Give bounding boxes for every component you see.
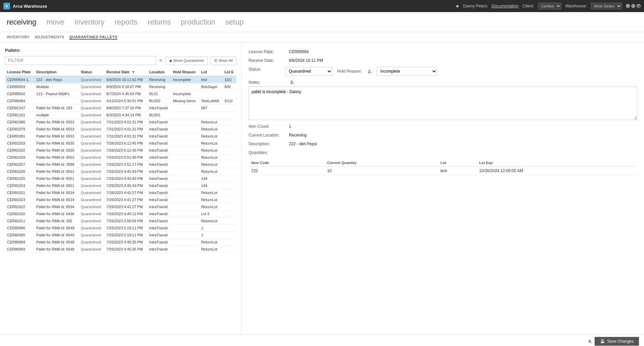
cell-lot-exp	[222, 168, 237, 175]
table-row[interactable]: CER81081 Pallet for RMA Id: 6553 Quarant…	[5, 133, 237, 140]
nav-production[interactable]: production	[181, 16, 215, 28]
nav-returns[interactable]: returns	[148, 16, 171, 28]
cell-receive-date: 7/31/2023 4:01:31 PM	[104, 126, 147, 133]
show-quarantined-button[interactable]: ◆ Show Quarantined	[166, 56, 208, 65]
maximize-button[interactable]: □	[631, 4, 635, 8]
warehouse-select[interactable]: West Jordan	[591, 3, 622, 9]
annotation-4: 4.	[588, 339, 592, 344]
col-lot-exp[interactable]: Lot E	[222, 68, 237, 76]
cell-status: Quarantined	[79, 210, 104, 218]
col-hold-reason[interactable]: Hold Reason	[171, 68, 199, 76]
cell-lot: ReturnLot	[199, 239, 223, 246]
cell-hold-reason	[171, 182, 199, 189]
minimize-button[interactable]: –	[626, 4, 630, 8]
table-row[interactable]: CER80995 Pallet for RMA Id: 6549 Quarant…	[5, 232, 237, 239]
cell-lot-exp	[222, 90, 237, 98]
cell-receive-date: 7/26/2023 4:45:43 PM	[104, 175, 147, 182]
cell-status: Quarantined	[79, 126, 104, 133]
table-row[interactable]: CER81022 Pallet for RMA Id: 6534 Quarant…	[5, 203, 237, 210]
cell-receive-date: 8/8/2024 6:18:07 PM	[104, 83, 147, 90]
nav-receiving[interactable]: receiving	[7, 16, 36, 28]
cell-lot: ReturnLot	[199, 140, 223, 147]
table-row[interactable]: CER81032 Pallet for RMA Id: 6535 Quarant…	[5, 147, 237, 154]
client-select[interactable]: Cerritus	[538, 3, 561, 9]
cell-location: IntraTransit	[147, 147, 171, 154]
table-row[interactable]: CER81029 Pallet for RMA Id: 6552 Quarant…	[5, 154, 237, 161]
table-row[interactable]: CER81023 Pallet for RMA Id: 6534 Quarant…	[5, 196, 237, 203]
cell-location: IntraTransit	[147, 218, 171, 225]
table-row[interactable]: CER88384 Quarantined 4/12/2024 5:30:51 P…	[5, 98, 237, 105]
item-count-value: 1	[289, 124, 637, 129]
table-row[interactable]: CER81027 Pallet for RMA Id: 3998 Quarant…	[5, 161, 237, 168]
notes-textarea[interactable]	[249, 86, 637, 120]
cell-location: IntraTransit	[147, 232, 171, 239]
cell-hold-reason	[171, 203, 199, 210]
table-row[interactable]: CER89542 113 - Peanut M&M's Quarantined …	[5, 90, 237, 98]
cell-status: Quarantined	[79, 119, 104, 126]
table-row[interactable]: CER81020 Pallet for RMA Id: 6436 Quarant…	[5, 210, 237, 218]
nav-inventory[interactable]: inventory	[75, 16, 104, 28]
table-row[interactable]: CER89594 1. 222 - diet Pepsi Quarantined…	[5, 76, 237, 83]
breadcrumb-inventory[interactable]: INVENTORY	[7, 35, 30, 40]
cell-receive-date: 7/26/2023 4:45:43 PM	[104, 168, 147, 175]
col-lot[interactable]: Lot	[199, 68, 223, 76]
pallets-table: License Plate Description Status Receive…	[5, 68, 237, 253]
cell-location: IntraTransit	[147, 189, 171, 196]
col-status[interactable]: Status	[79, 68, 104, 76]
table-row[interactable]: CER80993 Pallet for RMA Id: 6548 Quarant…	[5, 246, 237, 253]
table-row[interactable]: CER81080 Pallet for RMA Id: 6553 Quarant…	[5, 119, 237, 126]
nav-setup[interactable]: setup	[225, 16, 244, 28]
filter-clear-button[interactable]: ✕	[159, 58, 163, 63]
quantities-section: Quantities: Item Code Current Quantity L…	[249, 150, 637, 175]
cell-lot-exp	[222, 182, 237, 189]
col-description[interactable]: Description	[34, 68, 79, 76]
cell-license-plate: CER81247	[5, 105, 34, 112]
cell-location: BU201	[147, 112, 171, 119]
table-row[interactable]: CER81024 Pallet for RMA Id: 6551 Quarant…	[5, 182, 237, 189]
table-row[interactable]: CER81033 Pallet for RMA Id: 6535 Quarant…	[5, 140, 237, 147]
table-row[interactable]: CER81025 Pallet for RMA Id: 6551 Quarant…	[5, 175, 237, 182]
main-content: Pallets: ✕ ◆ Show Quarantined ☰ Show All…	[0, 43, 644, 334]
cell-receive-date: 7/26/2023 2:00:56 PM	[104, 218, 147, 225]
table-icon: ☰	[214, 59, 217, 63]
table-row[interactable]: CER81011 Pallet for RMA Id: 205 Quaranti…	[5, 218, 237, 225]
show-all-button[interactable]: ☰ Show All	[210, 56, 237, 65]
table-row[interactable]: CER81079 Pallet for RMA Id: 6553 Quarant…	[5, 126, 237, 133]
table-row[interactable]: CER81161 multiple Quarantined 8/3/2023 4…	[5, 112, 237, 119]
col-location[interactable]: Location	[147, 68, 171, 76]
navbar: receiving move inventory reports returns…	[0, 12, 644, 32]
table-row[interactable]: CER81021 Pallet for RMA Id: 6534 Quarant…	[5, 189, 237, 196]
nav-reports[interactable]: reports	[115, 16, 137, 28]
col-license-plate[interactable]: License Plate	[5, 68, 34, 76]
table-row[interactable]: CER80994 Pallet for RMA Id: 6548 Quarant…	[5, 239, 237, 246]
cell-hold-reason: Incomplete	[171, 76, 199, 83]
table-row[interactable]: CER89559 Multiple Quarantined 8/8/2024 6…	[5, 83, 237, 90]
detail-item-count-row: Item Count: 1	[249, 124, 637, 129]
table-row[interactable]: CER80996 Pallet for RMA Id: 6549 Quarant…	[5, 225, 237, 232]
breadcrumb-adjustments[interactable]: ADJUSTMENTS	[35, 35, 64, 40]
cell-description: Pallet for RMA Id: 6551	[34, 168, 79, 175]
cell-description: Pallet for RMA Id: 205	[34, 218, 79, 225]
cell-status: Quarantined	[79, 161, 104, 168]
cell-hold-reason	[171, 189, 199, 196]
col-receive-date[interactable]: Receive Date ▼	[104, 68, 147, 76]
save-changes-button[interactable]: 💾 Save Changes	[595, 337, 639, 346]
table-row[interactable]: CER81247 Pallet for RMA Id: 193 Quaranti…	[5, 105, 237, 112]
cell-description: Pallet for RMA Id: 193	[34, 105, 79, 112]
cell-location: IntraTransit	[147, 140, 171, 147]
cell-hold-reason	[171, 133, 199, 140]
cell-license-plate: CER80995	[5, 232, 34, 239]
table-row[interactable]: CER81026 Pallet for RMA Id: 6551 Quarant…	[5, 168, 237, 175]
detail-current-location-row: Current Location: Receiving	[249, 133, 637, 138]
status-select[interactable]: Quarantined Released On Hold	[285, 67, 332, 76]
filter-input[interactable]	[5, 56, 156, 65]
cell-receive-date: 7/25/2023 5:19:11 PM	[104, 225, 147, 232]
cell-lot: ReturnLot	[199, 119, 223, 126]
cell-hold-reason	[171, 105, 199, 112]
hold-reason-select[interactable]: Incomplete Missing Items Damaged Other	[377, 67, 437, 76]
nav-move[interactable]: move	[46, 16, 65, 28]
close-button[interactable]: ✕	[637, 4, 641, 8]
cell-lot: Lot 3	[199, 210, 223, 218]
documentation-link[interactable]: Documentation	[491, 4, 519, 8]
breadcrumb-quarantined-pallets[interactable]: QUARANTINED PALLETS	[69, 35, 117, 40]
